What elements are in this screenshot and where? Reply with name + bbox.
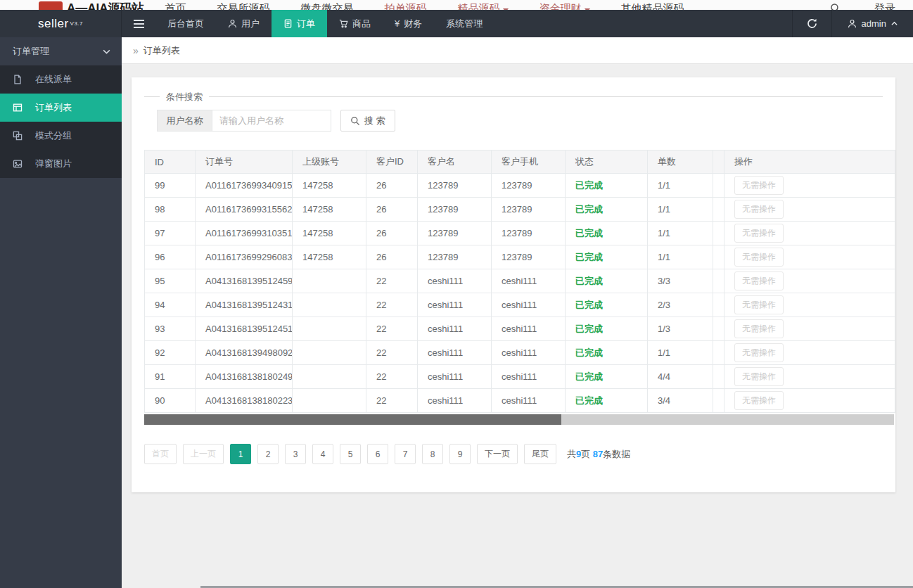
sidebar-group-order-management[interactable]: 订单管理 — [0, 37, 122, 65]
pagination-first-button[interactable]: 首页 — [144, 444, 177, 464]
site-login-link[interactable]: 登录 — [874, 0, 895, 10]
pagination-page-4[interactable]: 4 — [312, 444, 333, 464]
pagination-page-8[interactable]: 8 — [422, 444, 443, 464]
username-field-label: 用户名称 — [157, 110, 212, 132]
cell-count: 1/1 — [647, 222, 713, 245]
site-nav-item[interactable]: 交易所源码 — [217, 0, 270, 10]
no-action-button[interactable]: 无需操作 — [734, 271, 784, 290]
refresh-button[interactable] — [792, 10, 831, 37]
pagination-summary: 共9页 87条数据 — [567, 448, 630, 461]
cell-action: 无需操作 — [724, 222, 895, 245]
cell-order_no: A01161736992960833 — [195, 245, 292, 269]
status-badge: 已完成 — [575, 275, 603, 288]
column-gap — [713, 269, 724, 293]
pagination-page-6[interactable]: 6 — [367, 444, 388, 464]
nav-tab-订单[interactable]: 订单 — [272, 10, 327, 37]
cell-status: 已完成 — [565, 269, 647, 293]
scrollbar-thumb[interactable] — [144, 414, 561, 425]
cell-parent_account — [292, 365, 366, 388]
no-action-button[interactable]: 无需操作 — [734, 343, 784, 362]
user-avatar-icon — [848, 19, 857, 28]
cell-status: 已完成 — [565, 198, 647, 221]
pagination-page-3[interactable]: 3 — [285, 444, 306, 464]
search-icon — [350, 116, 360, 126]
cell-customer_name: ceshi111 — [417, 365, 491, 388]
cell-customer_phone: 123789 — [491, 198, 565, 221]
pagination-next-button[interactable]: 下一页 — [477, 444, 518, 464]
nav-tab-财务[interactable]: ¥财务 — [383, 10, 434, 37]
pagination-page-2[interactable]: 2 — [257, 444, 279, 464]
table-row: 97A0116173699310351214725826123789123789… — [144, 222, 895, 245]
pagination-page-5[interactable]: 5 — [340, 444, 361, 464]
site-nav-item[interactable]: 微盘微交易 — [301, 0, 354, 10]
pagination-page-9[interactable]: 9 — [449, 444, 471, 464]
nav-tab-用户[interactable]: 用户 — [216, 10, 272, 37]
cell-customer_phone: ceshi111 — [491, 269, 565, 293]
cell-customer_name: 123789 — [417, 245, 491, 269]
cell-status: 已完成 — [565, 174, 647, 197]
sidebar-item-订单列表[interactable]: 订单列表 — [0, 94, 122, 122]
cell-parent_account — [292, 293, 366, 317]
nav-tab-系统管理[interactable]: 系统管理 — [434, 10, 494, 37]
sidebar-item-弹窗图片[interactable]: 弹窗图片 — [0, 150, 122, 178]
cell-customer_phone: 123789 — [491, 222, 565, 245]
cell-customer_name: 123789 — [417, 198, 491, 221]
site-nav-item[interactable]: 其他精品源码 — [621, 0, 684, 10]
site-nav-item[interactable]: 首页 — [165, 0, 186, 10]
search-button[interactable]: 搜 索 — [340, 110, 395, 132]
cell-customer_id: 22 — [366, 389, 417, 412]
no-action-button[interactable]: 无需操作 — [734, 319, 784, 338]
no-action-button[interactable]: 无需操作 — [734, 295, 784, 314]
cell-parent_account — [292, 389, 366, 412]
site-search-icon[interactable] — [830, 0, 841, 10]
hamburger-icon — [134, 20, 144, 28]
cell-customer_phone: 123789 — [491, 174, 565, 197]
table-row: 93A0413168139512451722ceshi111ceshi111已完… — [144, 317, 895, 341]
username-search-input[interactable] — [212, 110, 331, 132]
horizontal-scrollbar[interactable] — [144, 414, 894, 425]
no-action-button[interactable]: 无需操作 — [734, 200, 784, 219]
cell-order_no: A04131681395124312 — [195, 293, 292, 317]
cell-order_no: A04131681381802232 — [195, 389, 292, 412]
cell-customer_phone: ceshi111 — [491, 389, 565, 412]
status-badge: 已完成 — [575, 347, 603, 359]
cell-id: 96 — [144, 245, 195, 269]
status-badge: 已完成 — [575, 395, 603, 407]
no-action-button[interactable]: 无需操作 — [734, 367, 784, 386]
cell-id: 91 — [144, 365, 195, 388]
cell-order_no: A01161736993409151 — [195, 174, 292, 197]
nav-tab-后台首页[interactable]: 后台首页 — [155, 10, 216, 37]
sidebar-toggle-button[interactable] — [122, 10, 155, 37]
sidebar-item-在线派单[interactable]: 在线派单 — [0, 65, 122, 94]
cell-count: 2/3 — [647, 293, 713, 317]
cell-action: 无需操作 — [724, 198, 895, 221]
breadcrumb-arrows-icon: » — [133, 45, 139, 56]
pagination-prev-button[interactable]: 上一页 — [183, 444, 224, 464]
pagination-last-button[interactable]: 尾页 — [524, 444, 556, 464]
cell-action: 无需操作 — [724, 269, 895, 293]
cell-action: 无需操作 — [724, 389, 895, 412]
no-action-button[interactable]: 无需操作 — [734, 176, 784, 195]
column-header-客户ID: 客户ID — [366, 151, 417, 173]
site-nav-item[interactable]: 资金理财 — [540, 0, 590, 10]
cell-id: 98 — [144, 198, 195, 221]
cell-customer_id: 22 — [366, 293, 417, 317]
user-icon — [228, 19, 237, 28]
cell-customer_name: ceshi111 — [417, 341, 491, 364]
breadcrumb: » 订单列表 — [122, 37, 913, 64]
pagination-page-1[interactable]: 1 — [230, 444, 251, 464]
site-nav-item[interactable]: 拍单源码 — [385, 0, 427, 10]
no-action-button[interactable]: 无需操作 — [734, 391, 784, 410]
sidebar-item-模式分组[interactable]: 模式分组 — [0, 122, 122, 150]
site-nav-item[interactable]: 精品源码 — [458, 0, 509, 10]
cell-action: 无需操作 — [724, 341, 895, 364]
no-action-button[interactable]: 无需操作 — [734, 248, 784, 267]
no-action-button[interactable]: 无需操作 — [734, 224, 784, 243]
order-icon — [283, 19, 293, 28]
pagination-page-7[interactable]: 7 — [395, 444, 416, 464]
cell-status: 已完成 — [565, 317, 647, 340]
user-menu[interactable]: admin — [831, 10, 913, 37]
cell-count: 4/4 — [647, 365, 713, 388]
cell-count: 3/4 — [647, 389, 713, 412]
nav-tab-商品[interactable]: 商品 — [327, 10, 383, 37]
